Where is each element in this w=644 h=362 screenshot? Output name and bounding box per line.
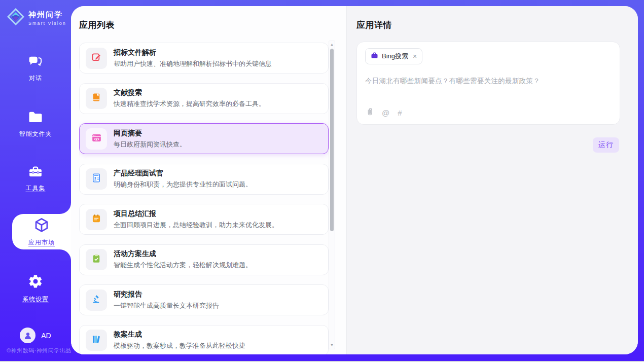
browser-code-icon xyxy=(91,133,102,145)
app-icon-tile xyxy=(86,289,107,311)
app-list: 招标文件解析帮助用户快速、准确地理解和解析招标书中的关键信息文献搜索快速精准查找… xyxy=(79,43,329,354)
app-description: 智能生成个性化活动方案，轻松解决规划难题。 xyxy=(114,261,252,270)
app-name: 教案生成 xyxy=(114,330,245,339)
user-row[interactable]: AD xyxy=(0,328,71,343)
brand-name: 神州问学 xyxy=(28,10,66,20)
microscope-icon xyxy=(91,294,101,306)
sidebar-item-label: 系统设置 xyxy=(22,295,49,304)
user-initials: AD xyxy=(41,332,51,340)
app-card-网页摘要[interactable]: 网页摘要每日政府新闻资讯快查。 xyxy=(79,123,329,154)
sidebar-item-工具集[interactable]: 工具集 xyxy=(0,165,71,193)
app-name: 文献搜索 xyxy=(114,88,265,97)
sidebar: 神州问学 Smart Vision 对话智能文件夹工具集应用市场系统设置 AD … xyxy=(0,0,71,362)
app-description: 每日政府新闻资讯快查。 xyxy=(114,140,186,149)
attachment-icon[interactable] xyxy=(366,107,374,118)
app-detail-panel: 应用详情 Bing搜索 × 今日湖北有哪些新闻要点？有哪些需要关注的最新政策？ xyxy=(346,6,638,354)
app-description: 全面回顾项目进展，总结经验教训，助力未来优化发展。 xyxy=(114,221,278,230)
content-shell: 应用列表 招标文件解析帮助用户快速、准确地理解和解析招标书中的关键信息文献搜索快… xyxy=(71,6,638,354)
app-name: 项目总结汇报 xyxy=(114,209,278,219)
clipboard-check-icon xyxy=(91,254,101,266)
cube-icon xyxy=(33,217,50,235)
app-icon-tile xyxy=(86,209,107,230)
app-description: 帮助用户快速、准确地理解和解析招标书中的关键信息 xyxy=(114,59,272,68)
tool-tag-bing-search[interactable]: Bing搜索 × xyxy=(365,48,422,64)
scrollbar-thumb[interactable] xyxy=(330,49,334,231)
resume-icon xyxy=(91,173,101,185)
app-name: 活动方案生成 xyxy=(114,249,252,259)
app-name: 招标文件解析 xyxy=(114,48,272,57)
app-icon-tile xyxy=(86,330,107,351)
brand-logo: 神州问学 Smart Vision xyxy=(7,8,66,27)
toolbox-icon xyxy=(28,165,43,180)
app-icon-tile xyxy=(86,128,107,150)
app-name: 产品经理面试官 xyxy=(114,169,252,178)
app-card-文献搜索[interactable]: 文献搜索快速精准查找学术资源，提高研究效率的必备工具。 xyxy=(79,83,329,114)
app-name: 网页摘要 xyxy=(114,129,186,138)
tag-close-icon[interactable]: × xyxy=(413,53,417,60)
scrollbar-up-arrow[interactable]: ▲ xyxy=(329,42,335,48)
app-list-title: 应用列表 xyxy=(79,19,115,31)
copyright: ©神州数码·神州问学出品 xyxy=(7,347,71,354)
active-tab-notch-top xyxy=(60,203,71,214)
prompt-card: Bing搜索 × 今日湖北有哪些新闻要点？有哪些需要关注的最新政策？ @ # xyxy=(356,42,620,125)
app-icon-tile xyxy=(86,48,107,69)
sidebar-item-label: 智能文件夹 xyxy=(19,130,52,138)
book-icon xyxy=(91,92,101,104)
app-card-产品经理面试官[interactable]: 产品经理面试官明确身份和职责，为您提供专业性的面试问题。 xyxy=(79,164,329,195)
app-card-研究报告[interactable]: 研究报告一键智能生成高质量长文本研究报告 xyxy=(79,284,329,315)
books-icon xyxy=(91,334,101,346)
app-description: 模板驱动，教案秒成，教学准备从此轻松快捷 xyxy=(114,341,245,350)
calendar-note-icon xyxy=(91,213,101,226)
hashtag-icon[interactable]: # xyxy=(398,109,402,117)
briefcase-icon xyxy=(371,52,378,61)
mention-icon[interactable]: @ xyxy=(382,109,389,117)
brand-tagline: Smart Vision xyxy=(28,21,66,26)
pen-square-icon xyxy=(91,52,102,64)
brand-diamond-icon xyxy=(7,8,24,27)
app-card-活动方案生成[interactable]: 活动方案生成智能生成个性化活动方案，轻松解决规划难题。 xyxy=(79,244,329,275)
sidebar-item-label: 应用市场 xyxy=(28,238,55,247)
app-icon-tile xyxy=(86,168,107,190)
scrollbar[interactable]: ▲ ▼ xyxy=(329,41,335,349)
person-icon xyxy=(23,331,33,341)
app-description: 一键智能生成高质量长文本研究报告 xyxy=(114,301,219,310)
sidebar-item-系统设置[interactable]: 系统设置 xyxy=(0,274,71,304)
active-tab-notch-bottom xyxy=(60,249,71,261)
scrollbar-down-arrow[interactable]: ▼ xyxy=(329,342,335,348)
tool-tag-label: Bing搜索 xyxy=(382,52,408,61)
app-card-教案生成[interactable]: 教案生成模板驱动，教案秒成，教学准备从此轻松快捷 xyxy=(79,325,329,355)
app-description: 明确身份和职责，为您提供专业性的面试问题。 xyxy=(114,180,252,189)
app-card-项目总结汇报[interactable]: 项目总结汇报全面回顾项目进展，总结经验教训，助力未来优化发展。 xyxy=(79,204,329,235)
app-icon-tile xyxy=(86,249,107,270)
sidebar-item-label: 对话 xyxy=(29,74,42,83)
sidebar-item-智能文件夹[interactable]: 智能文件夹 xyxy=(0,111,71,138)
app-description: 快速精准查找学术资源，提高研究效率的必备工具。 xyxy=(114,99,265,108)
app-detail-title: 应用详情 xyxy=(356,19,392,31)
composer-toolbar: @ # xyxy=(366,107,402,118)
avatar[interactable] xyxy=(20,328,35,343)
app-icon-tile xyxy=(86,88,107,109)
run-button[interactable]: 运行 xyxy=(593,137,619,153)
app-name: 研究报告 xyxy=(114,290,219,299)
sidebar-item-应用市场[interactable]: 应用市场 xyxy=(12,214,71,249)
sidebar-item-对话[interactable]: 对话 xyxy=(0,55,71,83)
folder-icon xyxy=(28,111,43,126)
gear-icon xyxy=(28,274,43,291)
chat-icon xyxy=(28,55,43,70)
app-card-招标文件解析[interactable]: 招标文件解析帮助用户快速、准确地理解和解析招标书中的关键信息 xyxy=(79,43,329,74)
query-text[interactable]: 今日湖北有哪些新闻要点？有哪些需要关注的最新政策？ xyxy=(365,77,612,86)
app-list-panel: 应用列表 招标文件解析帮助用户快速、准确地理解和解析招标书中的关键信息文献搜索快… xyxy=(71,6,346,354)
sidebar-item-label: 工具集 xyxy=(26,184,46,193)
